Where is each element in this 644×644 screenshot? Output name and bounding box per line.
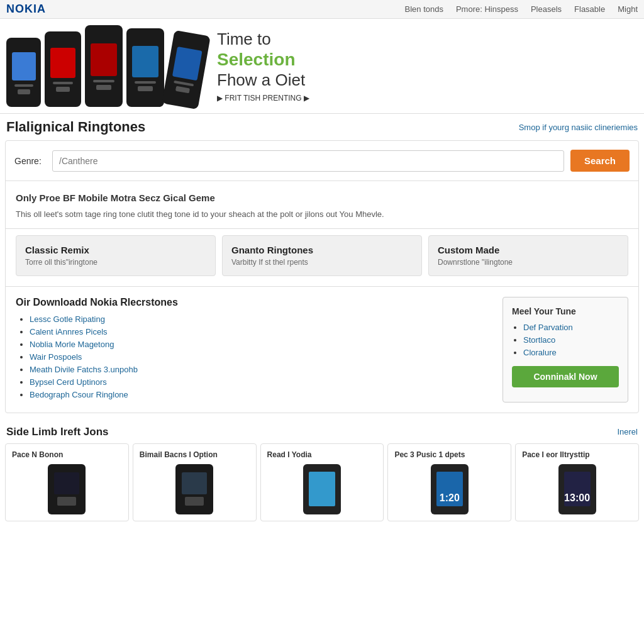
download-link-0[interactable]: Lessc Gotle Ripating — [30, 314, 105, 324]
category-classic-desc: Torre oll this"iringtone — [25, 258, 206, 267]
hero-headline1: Time to — [217, 30, 271, 48]
hero-text: Time to Selection Fhow a Oiet ▶ FRIT TIS… — [204, 30, 638, 103]
page-title-bar: Flalignical Ringtones Smop if yourg nasi… — [0, 114, 644, 140]
phone-1 — [6, 38, 41, 107]
bottom-section-link[interactable]: Inerel — [617, 427, 638, 436]
page-title: Flalignical Ringtones — [6, 119, 145, 135]
product-cards: Pace N Bonon Bimail Bacns I Option Read … — [0, 443, 644, 528]
download-link-3[interactable]: Wair Pospoels — [30, 352, 82, 362]
search-label: Genre: — [14, 156, 46, 166]
search-bar: Genre: Search — [6, 141, 638, 181]
hero-headline2: Selection — [217, 50, 295, 69]
nav-links: Blen tonds Pmore: Hinspess Pleasels Flas… — [405, 4, 638, 14]
download-link-1[interactable]: Calent iAnnres Picels — [30, 327, 108, 336]
category-gnanto[interactable]: Gnanto Ringtones Varbitty If st thel rpe… — [222, 235, 422, 276]
category-classic-title: Classic Remix — [25, 245, 206, 255]
nav-link-pmore[interactable]: Pmore: Hinspess — [456, 4, 518, 14]
phone-3 — [85, 25, 123, 107]
search-input[interactable] — [52, 150, 564, 172]
list-item: Bypsel Cerd Uptinors — [30, 377, 492, 387]
tune-box: Meel Your Tune Def Parvation Stortlaco C… — [502, 297, 628, 402]
list-item: Wair Pospoels — [30, 352, 492, 362]
nav-link-might[interactable]: Might — [618, 4, 638, 14]
search-button[interactable]: Search — [570, 150, 630, 172]
product-phone-img-3: 1:20 — [431, 464, 469, 514]
list-item: Calent iAnnres Picels — [30, 327, 492, 336]
nav-link-blen[interactable]: Blen tonds — [405, 4, 443, 14]
hero-headline3: Fhow a Oiet — [217, 70, 305, 89]
categories-section: Classic Remix Torre oll this"iringtone G… — [6, 229, 638, 287]
product-phone-img-2 — [303, 464, 341, 514]
info-section: Only Proe BF Mobile Motra Secz Gical Gem… — [6, 181, 638, 229]
downloads-section: Oir Downloadd Nokia Rlecrstones Lessc Go… — [6, 287, 638, 413]
phone-2 — [45, 31, 81, 107]
downloads-heading: Oir Downloadd Nokia Rlecrstones — [16, 297, 492, 308]
page-subtitle-link[interactable]: Smop if yourg nasiic clineriemies — [519, 123, 638, 132]
product-phone-img-1 — [175, 464, 213, 514]
list-item: Bedograph Csour Ringlone — [30, 390, 492, 399]
hero-subtext: ▶ FRIT TISH PRENTING ▶ — [217, 94, 309, 103]
product-card-title-2: Read I Yodia — [267, 450, 377, 459]
product-phone-img-4: 13:00 — [558, 464, 596, 514]
downloads-main: Oir Downloadd Nokia Rlecrstones Lessc Go… — [16, 297, 492, 402]
product-card-title-4: Pace I eor Iltrysttip — [522, 450, 632, 459]
list-item: Def Parvation — [523, 323, 619, 332]
category-gnanto-title: Gnanto Ringtones — [231, 245, 413, 255]
bottom-title-bar: Side Limb Ireft Jons Inerel — [0, 418, 644, 443]
hero-phones — [0, 25, 204, 107]
product-phone-img-0 — [48, 464, 86, 514]
product-card-3[interactable]: Pec 3 Pusic 1 dpets 1:20 — [387, 443, 511, 521]
category-custom-desc: Downrstlone "ilingtone — [438, 258, 619, 267]
download-link-2[interactable]: Noblia Morle Magetong — [30, 340, 114, 349]
nav-link-pleasels[interactable]: Pleasels — [531, 4, 562, 14]
product-card-title-0: Pace N Bonon — [12, 450, 122, 459]
info-heading: Only Proe BF Mobile Motra Secz Gical Gem… — [16, 192, 628, 203]
top-navigation: NOKIA Blen tonds Pmore: Hinspess Pleasel… — [0, 0, 644, 19]
category-custom[interactable]: Custom Made Downrstlone "ilingtone — [428, 235, 628, 276]
product-card-2[interactable]: Read I Yodia — [260, 443, 384, 521]
tune-link-2[interactable]: Cloralure — [523, 348, 557, 357]
product-card-title-3: Pec 3 Pusic 1 dpets — [394, 450, 504, 459]
list-item: Stortlaco — [523, 335, 619, 345]
product-card-0[interactable]: Pace N Bonon — [5, 443, 129, 521]
tune-list: Def Parvation Stortlaco Cloralure — [512, 323, 619, 357]
phone-4 — [126, 28, 164, 107]
product-card-1[interactable]: Bimail Bacns I Option — [133, 443, 257, 521]
category-custom-title: Custom Made — [438, 245, 619, 255]
download-link-6[interactable]: Bedograph Csour Ringlone — [30, 390, 128, 399]
list-item: Meath Divile Fatchs 3.unpohb — [30, 365, 492, 374]
connect-button[interactable]: Conninakl Now — [512, 366, 619, 387]
download-link-5[interactable]: Bypsel Cerd Uptinors — [30, 377, 107, 387]
product-card-title-1: Bimail Bacns I Option — [140, 450, 250, 459]
list-item: Cloralure — [523, 348, 619, 357]
main-container: Genre: Search Only Proe BF Mobile Motra … — [5, 140, 639, 413]
bottom-section-title: Side Limb Ireft Jons — [6, 426, 108, 438]
tune-box-heading: Meel Your Tune — [512, 306, 619, 316]
download-link-4[interactable]: Meath Divile Fatchs 3.unpohb — [30, 365, 138, 374]
nav-link-flasable[interactable]: Flasable — [574, 4, 605, 14]
tune-link-0[interactable]: Def Parvation — [523, 323, 573, 332]
category-classic[interactable]: Classic Remix Torre oll this"iringtone — [16, 235, 216, 276]
downloads-list: Lessc Gotle Ripating Calent iAnnres Pice… — [16, 314, 492, 399]
phone-5 — [162, 30, 211, 109]
info-description: This oll leet's sotm tage ring tone clut… — [16, 208, 628, 221]
nokia-logo: NOKIA — [6, 3, 46, 16]
list-item: Lessc Gotle Ripating — [30, 314, 492, 324]
hero-banner: Time to Selection Fhow a Oiet ▶ FRIT TIS… — [0, 19, 644, 114]
tune-link-1[interactable]: Stortlaco — [523, 335, 555, 345]
product-card-4[interactable]: Pace I eor Iltrysttip 13:00 — [515, 443, 639, 521]
category-gnanto-desc: Varbitty If st thel rpents — [231, 258, 413, 267]
list-item: Noblia Morle Magetong — [30, 340, 492, 349]
